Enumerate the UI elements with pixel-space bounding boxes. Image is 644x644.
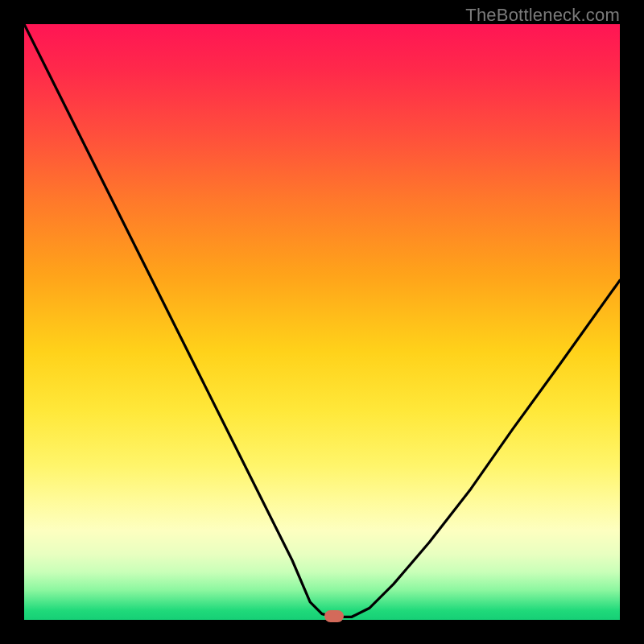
plot-area	[24, 24, 620, 620]
bottleneck-curve	[24, 24, 620, 620]
watermark-text: TheBottleneck.com	[465, 5, 620, 26]
optimal-marker	[324, 610, 344, 622]
curve-path	[24, 24, 620, 617]
chart-frame: TheBottleneck.com	[0, 0, 644, 644]
